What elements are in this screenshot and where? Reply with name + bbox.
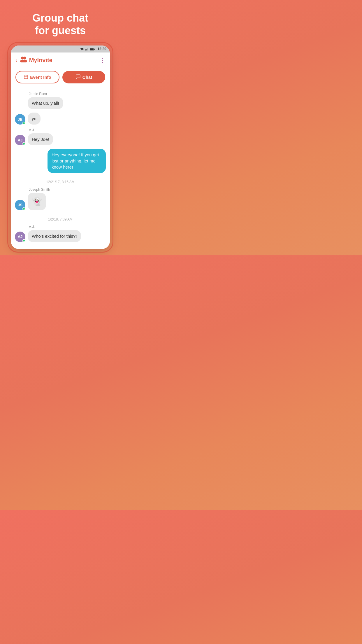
tab-event-info[interactable]: Event Info — [15, 71, 59, 83]
back-button[interactable]: ‹ — [15, 57, 17, 64]
online-indicator — [22, 207, 25, 210]
online-indicator — [22, 239, 25, 242]
signal-icon — [85, 48, 89, 51]
hero-section: Group chat for guests — [27, 0, 94, 46]
message-bubble: What up, y'all! — [28, 97, 63, 109]
msg-group-3: A.J. AJ Hey Joe! — [15, 128, 106, 145]
svg-point-8 — [23, 57, 26, 60]
chat-icon — [75, 74, 81, 80]
avatar-je: JE — [15, 114, 25, 125]
sender-name: Joseph Smith — [29, 188, 106, 192]
msg-group-5: Joseph Smith JS 👻 — [15, 188, 106, 210]
more-button[interactable]: ⋮ — [99, 57, 105, 64]
msg-row: AJ Hey Joe! — [15, 133, 106, 145]
svg-rect-3 — [88, 48, 88, 50]
timestamp-1: 12/21/17, 8:16 AM — [15, 180, 106, 184]
hero-line1: Group chat — [32, 12, 88, 24]
msg-row-sent: Hey everyone! If you get lost or anythin… — [15, 149, 106, 173]
app-name: MyInvite — [29, 57, 52, 64]
tab-chat-label: Chat — [82, 75, 92, 80]
online-indicator — [22, 142, 25, 145]
msg-row: JE yo — [15, 113, 106, 125]
message-bubble: yo — [28, 113, 41, 125]
svg-rect-1 — [86, 49, 87, 50]
msg-group-4: Hey everyone! If you get lost or anythin… — [15, 149, 106, 173]
tab-event-info-label: Event Info — [30, 75, 51, 80]
message-bubble: Hey Joe! — [28, 133, 53, 145]
chat-area: Jamie Esco What up, y'all! JE yo A — [11, 87, 110, 249]
svg-rect-5 — [90, 48, 94, 50]
avatar-js: JS — [15, 200, 25, 210]
tab-chat[interactable]: Chat — [62, 71, 105, 83]
app-logo: MyInvite — [20, 56, 99, 64]
sent-message-bubble: Hey everyone! If you get lost or anythin… — [48, 149, 106, 173]
msg-row: AJ Who's excited for this?! — [15, 230, 106, 242]
sender-name: Jamie Esco — [29, 92, 106, 96]
avatar-aj-2: AJ — [15, 232, 25, 242]
phone-wrapper: 12:30 ‹ MyInvite ⋮ — [11, 46, 110, 249]
status-icons: 12:30 — [80, 47, 106, 51]
tab-bar: Event Info Chat — [11, 68, 110, 87]
msg-row: What up, y'all! — [15, 97, 106, 109]
msg-group-2: JE yo — [15, 113, 106, 125]
sender-name: A.J. — [29, 128, 106, 132]
ghost-emoji: 👻 — [32, 196, 42, 207]
svg-rect-2 — [87, 48, 87, 50]
msg-group-6: A.J. AJ Who's excited for this?! — [15, 225, 106, 242]
logo-icon — [20, 56, 27, 64]
status-bar: 12:30 — [11, 46, 110, 52]
msg-group-1: Jamie Esco What up, y'all! — [15, 92, 106, 109]
timestamp-2: 1/2/18, 7:39 AM — [15, 217, 106, 221]
message-bubble: Who's excited for this?! — [28, 230, 81, 242]
event-info-icon — [24, 74, 28, 80]
svg-rect-11 — [24, 75, 28, 79]
phone-frame: 12:30 ‹ MyInvite ⋮ — [11, 46, 110, 249]
online-indicator — [22, 122, 25, 125]
svg-rect-6 — [94, 49, 95, 50]
wifi-icon — [80, 48, 84, 51]
msg-row: JS 👻 — [15, 193, 106, 210]
status-time: 12:30 — [97, 47, 106, 51]
battery-icon — [90, 48, 95, 51]
svg-rect-0 — [85, 49, 86, 50]
hero-line2: for guests — [35, 24, 86, 36]
sender-name: A.J. — [29, 225, 106, 229]
ghost-bubble: 👻 — [28, 193, 46, 210]
avatar-aj: AJ — [15, 135, 25, 145]
app-bar: ‹ MyInvite ⋮ — [11, 52, 110, 68]
